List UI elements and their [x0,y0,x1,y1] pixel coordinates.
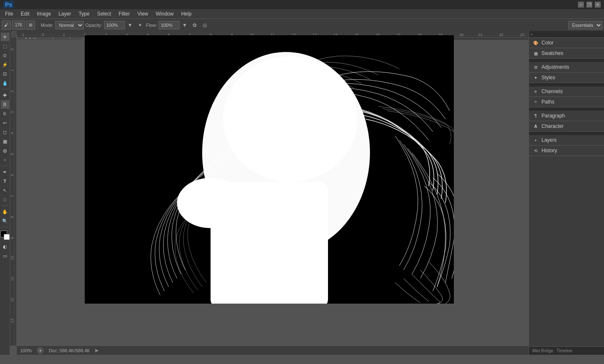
menu-image[interactable]: Image [34,10,54,18]
panel-history-header[interactable]: ⟲ History [529,146,604,156]
tool-quick-select[interactable]: ⚡ [1,60,9,69]
menu-help[interactable]: Help [178,10,195,18]
tool-type[interactable]: T [1,177,9,185]
panel-channels-header[interactable]: ≡ Channels [529,86,604,96]
airbrush-toggle[interactable]: ✦ [136,21,144,29]
restore-button[interactable]: ❐ [586,2,592,8]
screen-mode[interactable]: ▭ [1,252,9,260]
menu-edit[interactable]: Edit [17,10,33,18]
panel-collapse-btn[interactable]: « [529,31,604,38]
mini-bridge-label[interactable]: Mini Bridge [532,348,553,353]
panel-paths-header[interactable]: ⌗ Paths [529,97,604,107]
right-panel: « 🎨 Color ▦ Swatches ⚙ Adjustments [528,31,604,355]
brush-size-display: 176 [12,21,25,30]
paths-label: Paths [542,99,555,105]
tool-move[interactable]: ✛ [1,33,9,41]
panel-layers-header[interactable]: ▪ Layers [529,135,604,145]
panel-paragraph: ¶ Paragraph [529,111,604,121]
brush-toggle[interactable]: ⊞ [26,21,35,30]
tool-eyedropper[interactable]: 💧 [1,79,9,87]
svg-text:0: 0 [42,33,44,37]
close-button[interactable]: ✕ [595,2,601,8]
panel-swatches-header[interactable]: ▦ Swatches [529,48,604,58]
menu-window[interactable]: Window [152,10,177,18]
panel-paragraph-header[interactable]: ¶ Paragraph [529,111,604,121]
panel-character-header[interactable]: A Character [529,121,604,131]
svg-point-47 [177,178,244,228]
tool-history-brush[interactable]: ↩ [1,119,9,127]
tool-crop[interactable]: ⊡ [1,70,9,78]
snapshot-btn[interactable]: ● [37,347,44,354]
svg-text:7: 7 [10,195,14,197]
background-color[interactable] [4,234,10,240]
svg-point-45 [223,56,357,182]
workspace-select[interactable]: Essentials 3D Motion [568,21,602,29]
panel-separator-1 [529,59,604,62]
tool-zoom[interactable]: 🔍 [1,217,9,225]
stylus2-toggle[interactable]: ◎ [200,21,209,29]
flow-input[interactable] [159,21,180,29]
tool-shape[interactable]: □ [1,195,9,204]
status-expand-btn[interactable]: ▶ [95,348,99,353]
tool-healing[interactable]: ✚ [1,91,9,99]
main-workspace: ✛ ⬚ ⊙ ⚡ ⊡ 💧 ✚ B ⎘ ↩ ◻ ▦ ◍ ○ ✒ T ↖ □ ✋ 🔍 … [0,31,604,355]
menu-file[interactable]: File [2,10,16,18]
svg-text:12: 12 [10,298,14,302]
toolbar-separator-1 [2,89,8,89]
tool-clone[interactable]: ⎘ [1,109,9,118]
timeline-label[interactable]: Timeline [557,348,572,353]
tool-brush[interactable]: B [1,100,9,109]
panel-adjustments-header[interactable]: ⚙ Adjustments [529,62,604,72]
options-toolbar: 🖌 176 ⊞ Mode: Normal Multiply Screen Opa… [0,18,604,31]
svg-text:3: 3 [10,111,14,113]
panel-bottom: Mini Bridge Timeline [529,156,604,355]
menu-view[interactable]: View [134,10,151,18]
svg-text:10: 10 [10,256,14,260]
adjustments-icon: ⚙ [532,64,539,70]
panel-history: ⟲ History [529,146,604,156]
svg-text:21: 21 [478,33,482,37]
panel-color: 🎨 Color [529,38,604,48]
panel-layers: ▪ Layers [529,135,604,146]
quick-mask-toggle[interactable]: ◐ [1,242,9,251]
tool-hand[interactable]: ✋ [1,208,9,216]
panel-separator-2 [529,83,604,86]
opacity-input[interactable] [104,21,125,29]
svg-text:0: 0 [10,48,14,50]
tool-pen[interactable]: ✒ [1,168,9,176]
paragraph-label: Paragraph [542,113,565,119]
menu-layer[interactable]: Layer [55,10,74,18]
tool-marquee[interactable]: ⬚ [1,42,9,50]
ruler-vertical: 0 1 2 3 4 5 6 7 8 9 10 11 12 13 [10,38,17,346]
history-label: History [542,148,557,153]
svg-text:23: 23 [520,33,524,37]
panel-styles-header[interactable]: ✦ Styles [529,73,604,83]
menu-select[interactable]: Select [94,10,114,18]
opacity-arrow[interactable]: ▼ [126,21,134,29]
minimize-button[interactable]: ─ [578,2,584,8]
menu-type[interactable]: Type [75,10,93,18]
tool-eraser[interactable]: ◻ [1,128,9,136]
panel-character: A Character [529,121,604,132]
app-logo: Ps [3,1,14,8]
menu-filter[interactable]: Filter [115,10,133,18]
character-icon: A [532,123,539,130]
stylus-toggle[interactable]: ✿ [190,21,199,29]
svg-text:11: 11 [10,277,14,281]
panel-color-header[interactable]: 🎨 Color [529,38,604,48]
tool-gradient[interactable]: ▦ [1,137,9,146]
mode-select[interactable]: Normal Multiply Screen [55,21,84,29]
panel-styles: ✦ Styles [529,73,604,83]
toolbar-separator-2 [2,166,8,166]
panel-separator-4 [529,132,604,135]
brush-preset-picker[interactable]: 🖌 [2,21,11,30]
panel-adjustments: ⚙ Adjustments [529,62,604,73]
tool-path-select[interactable]: ↖ [1,186,9,195]
color-swatches[interactable] [0,231,10,240]
tool-blur[interactable]: ◍ [1,146,9,155]
svg-text:6: 6 [10,174,14,176]
tool-dodge[interactable]: ○ [1,156,9,164]
app-title: Ps [3,1,14,8]
tool-lasso[interactable]: ⊙ [1,51,9,60]
flow-arrow[interactable]: ▼ [180,21,189,29]
